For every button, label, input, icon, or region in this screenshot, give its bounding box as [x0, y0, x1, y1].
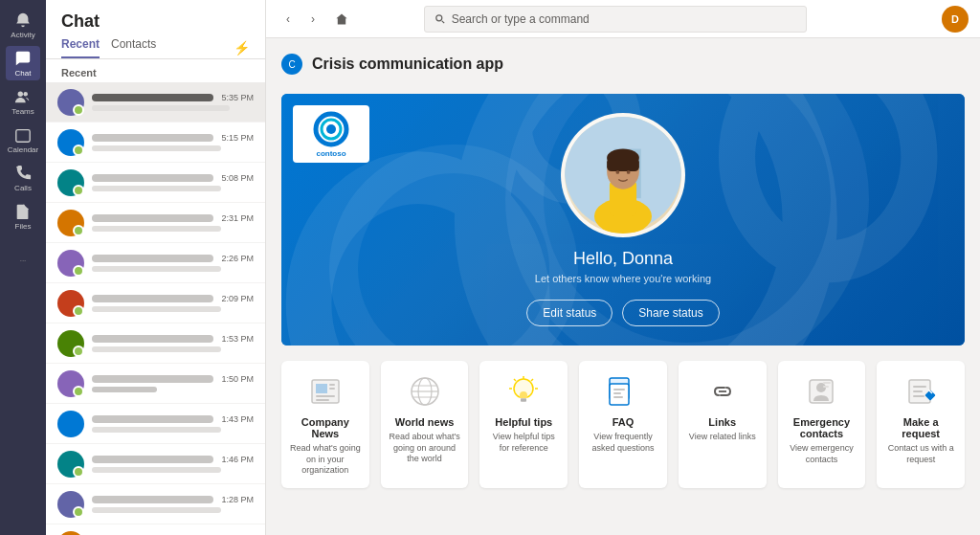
edit-status-button[interactable]: Edit status [526, 300, 612, 326]
chat-item[interactable]: 1:50 PM [46, 364, 265, 404]
chat-info: 1:43 PM [92, 414, 254, 433]
chat-item[interactable]: 2:31 PM [46, 203, 265, 243]
svg-rect-54 [913, 395, 924, 397]
chat-info: 5:15 PM [92, 133, 254, 151]
chat-preview [92, 387, 157, 392]
user-avatar[interactable]: D [942, 6, 969, 33]
chat-preview [92, 346, 221, 352]
avatar [57, 370, 84, 397]
chat-info: 1:46 PM [92, 455, 254, 473]
nav-item-activity[interactable]: Activity [6, 8, 40, 42]
chat-name-bar [92, 94, 213, 101]
card-make-request[interactable]: Make a request Contact us with a request [877, 361, 965, 488]
home-icon[interactable] [331, 9, 352, 30]
world-news-icon [406, 372, 444, 411]
chat-item[interactable]: 1:53 PM [46, 323, 265, 364]
chat-title: Chat [61, 11, 100, 32]
chat-time: 5:15 PM [221, 133, 254, 143]
svg-line-35 [531, 379, 533, 381]
card-world-news[interactable]: World news Read about what's going on ar… [381, 361, 469, 488]
chat-item[interactable]: 1:43 PM [46, 404, 265, 444]
chat-header: Chat [46, 0, 265, 32]
nav-sidebar: Activity Chat Teams Calendar Calls Files… [0, 0, 46, 535]
chat-time: 5:35 PM [221, 93, 254, 102]
svg-rect-49 [823, 382, 831, 384]
avatar [57, 290, 84, 317]
card-emergency-contacts[interactable]: Emergency contacts View emergency contac… [778, 361, 866, 488]
chat-info: 5:35 PM [92, 93, 254, 111]
filter-icon[interactable]: ⚡ [234, 40, 250, 56]
avatar [57, 169, 84, 196]
tab-contacts[interactable]: Contacts [111, 37, 156, 58]
chat-item[interactable]: 1:28 PM [46, 484, 265, 524]
emergency-contacts-label: Emergency contacts [786, 416, 858, 439]
avatar [57, 451, 84, 478]
card-helpful-tips[interactable]: Helpful tips View helpful tips for refer… [479, 361, 568, 488]
svg-point-20 [615, 170, 619, 174]
chat-name-bar [92, 174, 213, 182]
chat-preview [92, 507, 221, 513]
chat-name-bar [92, 214, 213, 222]
cards-row: Company News Read what's going on in you… [281, 361, 965, 488]
nav-calendar-label: Calendar [8, 145, 38, 154]
svg-line-37 [514, 379, 516, 381]
content-area: C Crisis communication app [266, 38, 980, 535]
app-title: Crisis communication app [312, 56, 503, 73]
card-company-news[interactable]: Company News Read what's going on in you… [281, 361, 369, 488]
nav-teams-label: Teams [11, 107, 34, 116]
chat-info: 5:08 PM [92, 173, 254, 191]
banner-content: Hello, Donna Let others know where you'r… [281, 94, 965, 346]
svg-rect-24 [316, 395, 335, 397]
chat-time: 5:08 PM [221, 173, 254, 183]
recent-label: Recent [46, 59, 265, 82]
app-header: C Crisis communication app [281, 54, 965, 75]
back-button[interactable]: ‹ [278, 9, 299, 30]
chat-name-bar [92, 335, 213, 343]
avatar [57, 89, 84, 116]
chat-name-bar [92, 134, 213, 142]
nav-item-calls[interactable]: Calls [6, 161, 40, 195]
chat-time: 1:43 PM [221, 414, 254, 424]
chat-item[interactable]: 5:15 PM [46, 123, 265, 163]
chat-item[interactable]: 5:08 PM [46, 163, 265, 203]
chat-preview [92, 105, 230, 111]
profile-photo [561, 113, 685, 237]
search-placeholder: Search or type a command [452, 12, 590, 26]
card-faq[interactable]: FAQ View frequently asked questions [579, 361, 667, 488]
chat-time: 1:53 PM [221, 334, 254, 344]
links-icon [703, 372, 742, 411]
chat-panel: Chat Recent Contacts ⚡ Recent 5:35 PM 5:… [46, 0, 266, 535]
chat-time: 1:50 PM [221, 374, 254, 384]
chat-item[interactable]: 3:14 PM [46, 524, 265, 535]
chat-item[interactable]: 2:26 PM [46, 243, 265, 283]
svg-rect-45 [613, 396, 623, 398]
nav-item-teams[interactable]: Teams [6, 84, 40, 119]
card-links[interactable]: Links View related links [679, 361, 767, 488]
svg-point-1 [23, 92, 28, 97]
nav-item-calendar[interactable]: Calendar [6, 123, 40, 157]
greeting-subtitle: Let others know where you're working [535, 273, 711, 284]
chat-preview [92, 467, 221, 473]
tab-recent[interactable]: Recent [61, 37, 100, 58]
chat-info: 2:09 PM [92, 294, 254, 312]
chat-preview [92, 145, 221, 151]
make-request-desc: Contact us with a request [884, 443, 957, 465]
chat-time: 2:31 PM [221, 213, 254, 223]
share-status-button[interactable]: Share status [622, 300, 719, 326]
chat-item[interactable]: 2:09 PM [46, 283, 265, 323]
chat-item[interactable]: 5:35 PM [46, 82, 265, 123]
nav-item-chat[interactable]: Chat [6, 46, 40, 80]
search-bar[interactable]: Search or type a command [424, 6, 807, 33]
chat-preview [92, 427, 221, 433]
app-icon: C [281, 54, 302, 75]
nav-item-files[interactable]: Files [6, 199, 40, 234]
chat-item[interactable]: 1:46 PM [46, 444, 265, 484]
chat-name-bar [92, 255, 213, 262]
nav-more-button[interactable]: ... [6, 241, 40, 276]
svg-rect-19 [607, 158, 639, 171]
emergency-contacts-desc: View emergency contacts [786, 443, 858, 465]
forward-button[interactable]: › [302, 9, 323, 30]
main-area: ‹ › Search or type a command D C Crisis … [266, 0, 980, 535]
avatar [57, 330, 84, 357]
avatar [57, 491, 84, 518]
